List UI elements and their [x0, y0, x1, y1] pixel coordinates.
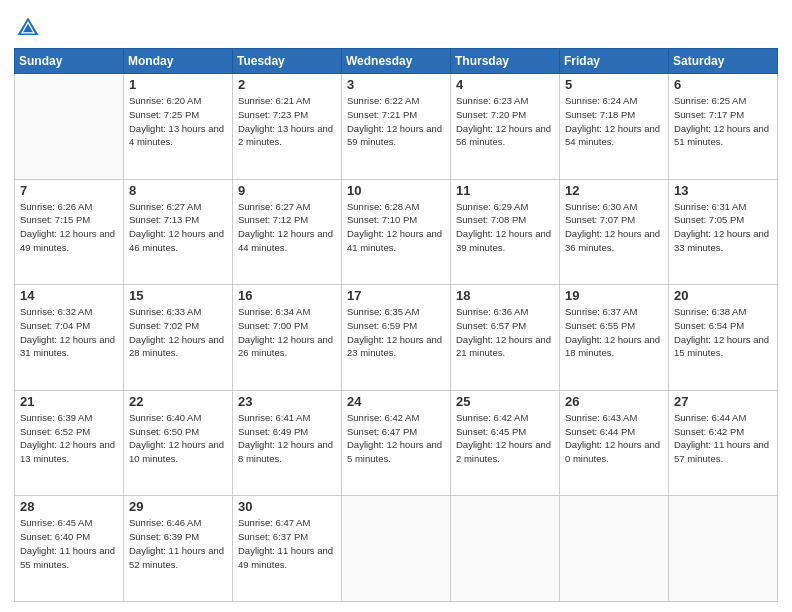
day-number: 5: [565, 77, 663, 92]
day-number: 10: [347, 183, 445, 198]
day-number: 6: [674, 77, 772, 92]
calendar-day-header: Sunday: [15, 49, 124, 74]
day-number: 3: [347, 77, 445, 92]
day-number: 22: [129, 394, 227, 409]
calendar-cell: 25Sunrise: 6:42 AMSunset: 6:45 PMDayligh…: [451, 390, 560, 496]
logo: [14, 14, 46, 42]
day-info: Sunrise: 6:33 AMSunset: 7:02 PMDaylight:…: [129, 305, 227, 360]
day-number: 1: [129, 77, 227, 92]
day-number: 21: [20, 394, 118, 409]
day-info: Sunrise: 6:35 AMSunset: 6:59 PMDaylight:…: [347, 305, 445, 360]
calendar-cell: [15, 74, 124, 180]
day-info: Sunrise: 6:22 AMSunset: 7:21 PMDaylight:…: [347, 94, 445, 149]
calendar: SundayMondayTuesdayWednesdayThursdayFrid…: [14, 48, 778, 602]
day-number: 20: [674, 288, 772, 303]
day-info: Sunrise: 6:28 AMSunset: 7:10 PMDaylight:…: [347, 200, 445, 255]
day-info: Sunrise: 6:31 AMSunset: 7:05 PMDaylight:…: [674, 200, 772, 255]
logo-icon: [14, 14, 42, 42]
day-info: Sunrise: 6:38 AMSunset: 6:54 PMDaylight:…: [674, 305, 772, 360]
day-info: Sunrise: 6:39 AMSunset: 6:52 PMDaylight:…: [20, 411, 118, 466]
day-info: Sunrise: 6:27 AMSunset: 7:13 PMDaylight:…: [129, 200, 227, 255]
calendar-cell: 17Sunrise: 6:35 AMSunset: 6:59 PMDayligh…: [342, 285, 451, 391]
calendar-cell: 24Sunrise: 6:42 AMSunset: 6:47 PMDayligh…: [342, 390, 451, 496]
day-number: 26: [565, 394, 663, 409]
day-number: 9: [238, 183, 336, 198]
day-number: 30: [238, 499, 336, 514]
calendar-cell: [669, 496, 778, 602]
day-info: Sunrise: 6:40 AMSunset: 6:50 PMDaylight:…: [129, 411, 227, 466]
header: [14, 10, 778, 42]
calendar-cell: 27Sunrise: 6:44 AMSunset: 6:42 PMDayligh…: [669, 390, 778, 496]
day-info: Sunrise: 6:47 AMSunset: 6:37 PMDaylight:…: [238, 516, 336, 571]
calendar-cell: [451, 496, 560, 602]
day-number: 18: [456, 288, 554, 303]
day-number: 28: [20, 499, 118, 514]
calendar-cell: 16Sunrise: 6:34 AMSunset: 7:00 PMDayligh…: [233, 285, 342, 391]
day-info: Sunrise: 6:36 AMSunset: 6:57 PMDaylight:…: [456, 305, 554, 360]
day-info: Sunrise: 6:44 AMSunset: 6:42 PMDaylight:…: [674, 411, 772, 466]
calendar-cell: 1Sunrise: 6:20 AMSunset: 7:25 PMDaylight…: [124, 74, 233, 180]
day-info: Sunrise: 6:27 AMSunset: 7:12 PMDaylight:…: [238, 200, 336, 255]
day-info: Sunrise: 6:23 AMSunset: 7:20 PMDaylight:…: [456, 94, 554, 149]
day-number: 15: [129, 288, 227, 303]
day-number: 4: [456, 77, 554, 92]
calendar-cell: 7Sunrise: 6:26 AMSunset: 7:15 PMDaylight…: [15, 179, 124, 285]
calendar-cell: 22Sunrise: 6:40 AMSunset: 6:50 PMDayligh…: [124, 390, 233, 496]
day-info: Sunrise: 6:42 AMSunset: 6:47 PMDaylight:…: [347, 411, 445, 466]
calendar-cell: 3Sunrise: 6:22 AMSunset: 7:21 PMDaylight…: [342, 74, 451, 180]
day-number: 12: [565, 183, 663, 198]
calendar-cell: 23Sunrise: 6:41 AMSunset: 6:49 PMDayligh…: [233, 390, 342, 496]
day-number: 11: [456, 183, 554, 198]
day-info: Sunrise: 6:25 AMSunset: 7:17 PMDaylight:…: [674, 94, 772, 149]
calendar-cell: 12Sunrise: 6:30 AMSunset: 7:07 PMDayligh…: [560, 179, 669, 285]
calendar-cell: 13Sunrise: 6:31 AMSunset: 7:05 PMDayligh…: [669, 179, 778, 285]
calendar-cell: 19Sunrise: 6:37 AMSunset: 6:55 PMDayligh…: [560, 285, 669, 391]
day-info: Sunrise: 6:34 AMSunset: 7:00 PMDaylight:…: [238, 305, 336, 360]
calendar-cell: 26Sunrise: 6:43 AMSunset: 6:44 PMDayligh…: [560, 390, 669, 496]
calendar-cell: 10Sunrise: 6:28 AMSunset: 7:10 PMDayligh…: [342, 179, 451, 285]
calendar-cell: [560, 496, 669, 602]
day-number: 19: [565, 288, 663, 303]
calendar-cell: 20Sunrise: 6:38 AMSunset: 6:54 PMDayligh…: [669, 285, 778, 391]
day-number: 7: [20, 183, 118, 198]
calendar-header-row: SundayMondayTuesdayWednesdayThursdayFrid…: [15, 49, 778, 74]
calendar-day-header: Tuesday: [233, 49, 342, 74]
calendar-cell: 14Sunrise: 6:32 AMSunset: 7:04 PMDayligh…: [15, 285, 124, 391]
page: SundayMondayTuesdayWednesdayThursdayFrid…: [0, 0, 792, 612]
calendar-day-header: Thursday: [451, 49, 560, 74]
day-info: Sunrise: 6:26 AMSunset: 7:15 PMDaylight:…: [20, 200, 118, 255]
day-info: Sunrise: 6:37 AMSunset: 6:55 PMDaylight:…: [565, 305, 663, 360]
day-number: 13: [674, 183, 772, 198]
day-info: Sunrise: 6:43 AMSunset: 6:44 PMDaylight:…: [565, 411, 663, 466]
day-info: Sunrise: 6:20 AMSunset: 7:25 PMDaylight:…: [129, 94, 227, 149]
calendar-cell: 6Sunrise: 6:25 AMSunset: 7:17 PMDaylight…: [669, 74, 778, 180]
calendar-day-header: Wednesday: [342, 49, 451, 74]
day-number: 24: [347, 394, 445, 409]
day-info: Sunrise: 6:21 AMSunset: 7:23 PMDaylight:…: [238, 94, 336, 149]
day-number: 14: [20, 288, 118, 303]
calendar-cell: [342, 496, 451, 602]
day-info: Sunrise: 6:30 AMSunset: 7:07 PMDaylight:…: [565, 200, 663, 255]
day-number: 25: [456, 394, 554, 409]
calendar-cell: 18Sunrise: 6:36 AMSunset: 6:57 PMDayligh…: [451, 285, 560, 391]
calendar-cell: 4Sunrise: 6:23 AMSunset: 7:20 PMDaylight…: [451, 74, 560, 180]
day-info: Sunrise: 6:24 AMSunset: 7:18 PMDaylight:…: [565, 94, 663, 149]
calendar-week-row: 21Sunrise: 6:39 AMSunset: 6:52 PMDayligh…: [15, 390, 778, 496]
calendar-day-header: Monday: [124, 49, 233, 74]
calendar-day-header: Saturday: [669, 49, 778, 74]
calendar-cell: 5Sunrise: 6:24 AMSunset: 7:18 PMDaylight…: [560, 74, 669, 180]
calendar-cell: 8Sunrise: 6:27 AMSunset: 7:13 PMDaylight…: [124, 179, 233, 285]
day-number: 29: [129, 499, 227, 514]
calendar-cell: 21Sunrise: 6:39 AMSunset: 6:52 PMDayligh…: [15, 390, 124, 496]
day-number: 27: [674, 394, 772, 409]
calendar-day-header: Friday: [560, 49, 669, 74]
calendar-cell: 15Sunrise: 6:33 AMSunset: 7:02 PMDayligh…: [124, 285, 233, 391]
calendar-cell: 30Sunrise: 6:47 AMSunset: 6:37 PMDayligh…: [233, 496, 342, 602]
calendar-cell: 9Sunrise: 6:27 AMSunset: 7:12 PMDaylight…: [233, 179, 342, 285]
calendar-cell: 28Sunrise: 6:45 AMSunset: 6:40 PMDayligh…: [15, 496, 124, 602]
day-number: 2: [238, 77, 336, 92]
day-info: Sunrise: 6:32 AMSunset: 7:04 PMDaylight:…: [20, 305, 118, 360]
day-number: 16: [238, 288, 336, 303]
calendar-cell: 29Sunrise: 6:46 AMSunset: 6:39 PMDayligh…: [124, 496, 233, 602]
day-info: Sunrise: 6:42 AMSunset: 6:45 PMDaylight:…: [456, 411, 554, 466]
